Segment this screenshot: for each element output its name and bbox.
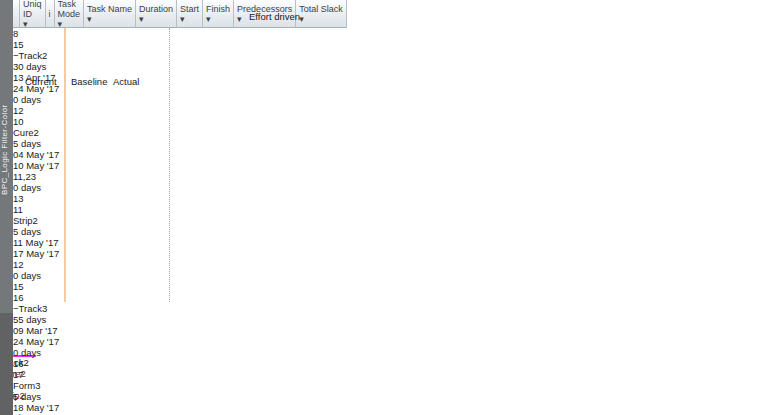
cell-total-slack[interactable]: 0 days <box>13 182 531 193</box>
column-header-total-slack[interactable]: Total Slack▾ <box>296 0 347 28</box>
effort-driven-checkbox[interactable]: Effort driven <box>246 11 300 22</box>
view-tab-label[interactable]: BPC_Logic Filter-Color <box>0 55 13 245</box>
cell-task-name[interactable]: −Track3 <box>13 303 531 314</box>
cell-start[interactable]: 04 May '17 <box>13 149 531 160</box>
cell-start[interactable]: 18 May '17 <box>13 402 531 413</box>
row-header[interactable]: 16 <box>13 358 531 369</box>
cell-uniq-id[interactable]: 10 <box>13 116 531 127</box>
task-sheet: UniqID▾iTaskMode▾Task Name▾Duration▾Star… <box>13 0 531 302</box>
msproject-window: BPC_Logic Filter-Color UniqID▾iTaskMode▾… <box>0 0 768 415</box>
cell-duration[interactable]: 5 days <box>13 226 531 237</box>
filter-icon: ▾ <box>23 19 42 29</box>
filter-icon: ▾ <box>180 14 199 24</box>
cell-duration[interactable]: 5 days <box>13 138 531 149</box>
cell-total-slack[interactable]: 0 days <box>13 270 531 281</box>
filter-icon: ▾ <box>87 14 132 24</box>
radio-actual[interactable]: Actual <box>110 76 139 87</box>
table-row: 1516−Track355 days09 Mar '1724 May '170 … <box>13 281 531 358</box>
row-header[interactable]: 8 <box>13 28 531 39</box>
table-row: 1311Strip25 days11 May '1717 May '17120 … <box>13 193 531 281</box>
cell-task-name[interactable]: Cure2 <box>13 127 531 138</box>
row-header[interactable]: 15 <box>13 281 531 292</box>
cell-duration[interactable]: 5 days <box>13 391 531 402</box>
finish-date-line <box>169 28 170 302</box>
cell-uniq-id[interactable]: 11 <box>13 204 531 215</box>
cell-finish[interactable]: 17 May '17 <box>13 248 531 259</box>
info-icon: i <box>49 9 51 19</box>
column-header-duration[interactable]: Duration▾ <box>136 0 177 28</box>
column-header-task-name[interactable]: Task Name▾ <box>84 0 136 28</box>
status-date-line <box>64 28 66 302</box>
cell-task-name[interactable]: Strip2 <box>13 215 531 226</box>
cell-duration[interactable]: 30 days <box>13 61 531 72</box>
cell-total-slack[interactable]: 0 days <box>13 347 531 358</box>
filter-icon: ▾ <box>206 14 230 24</box>
cell-predecessors[interactable]: 12 <box>13 259 531 270</box>
table-row: 815−Track230 days13 Apr '1724 May '170 d… <box>13 28 531 105</box>
cell-uniq-id[interactable]: 17 <box>13 369 531 380</box>
cell-task-name[interactable]: Form3 <box>13 380 531 391</box>
radio-current[interactable]: Current <box>22 76 57 87</box>
select-all-corner[interactable] <box>13 0 20 28</box>
filter-icon: ▾ <box>139 14 173 24</box>
table-row: 1210Cure25 days04 May '1710 May '1711,23… <box>13 105 531 193</box>
table-row: 1617Form35 days18 May '1724 May '17130 d… <box>13 358 531 415</box>
cell-uniq-id[interactable]: 15 <box>13 39 531 50</box>
row-header[interactable]: 13 <box>13 193 531 204</box>
filter-icon: ▾ <box>58 19 81 29</box>
cell-start[interactable]: 09 Mar '17 <box>13 325 531 336</box>
column-header-start[interactable]: Start▾ <box>177 0 203 28</box>
column-header-info[interactable]: i <box>46 0 55 28</box>
column-header-uniq-id[interactable]: UniqID▾ <box>20 0 46 28</box>
cell-start[interactable]: 11 May '17 <box>13 237 531 248</box>
cell-finish[interactable]: 10 May '17 <box>13 160 531 171</box>
cell-finish[interactable]: 24 May '17 <box>13 336 531 347</box>
cell-uniq-id[interactable]: 16 <box>13 292 531 303</box>
radio-baseline[interactable]: Baseline <box>68 76 107 87</box>
cell-duration[interactable]: 55 days <box>13 314 531 325</box>
cell-predecessors[interactable]: 11,23 <box>13 171 531 182</box>
column-header-finish[interactable]: Finish▾ <box>203 0 234 28</box>
row-header[interactable]: 12 <box>13 105 531 116</box>
cell-total-slack[interactable]: 0 days <box>13 94 531 105</box>
cell-task-name[interactable]: −Track2 <box>13 50 531 61</box>
column-header-task-mode[interactable]: TaskMode▾ <box>55 0 85 28</box>
filter-icon: ▾ <box>299 14 343 24</box>
view-strip-bottom <box>0 313 13 415</box>
